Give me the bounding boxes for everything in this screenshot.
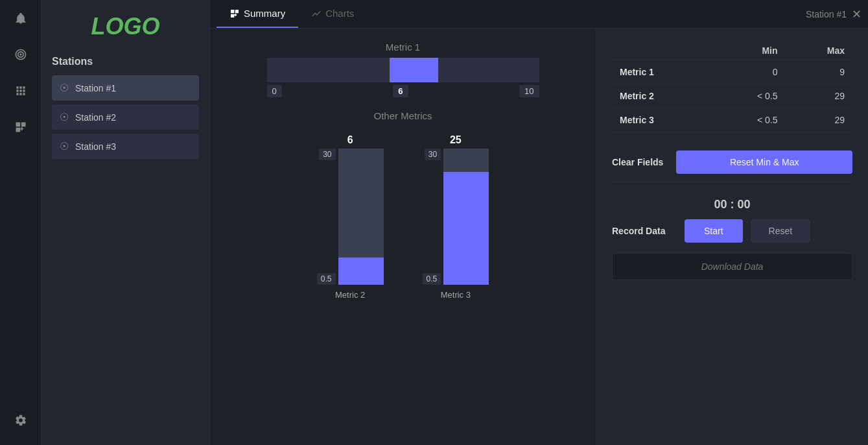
blocks-icon-btn[interactable] <box>9 115 32 139</box>
metric1-max-label: 10 <box>519 85 539 97</box>
timer-display: 00 : 00 <box>612 193 852 219</box>
stats-metric2-min: < 0.5 <box>712 84 785 108</box>
metric1-bar-wrap: 0 6 10 <box>267 58 539 97</box>
icon-bar-top <box>9 6 32 139</box>
wifi-icon-1: ☉ <box>60 82 69 94</box>
tab-bar: Summary Charts Station #1 ✕ <box>210 0 868 29</box>
metric3-chart: 25 30 0.5 Metric 3 <box>423 134 489 300</box>
stats-metric2-name: Metric 2 <box>612 84 712 108</box>
gear-icon-btn[interactable] <box>9 409 32 432</box>
stats-row-metric2: Metric 2 < 0.5 29 <box>612 84 852 108</box>
icon-bar-bottom <box>9 409 32 439</box>
metric3-scale-labels: 30 0.5 <box>423 149 441 285</box>
stats-metric1-min: 0 <box>712 60 785 84</box>
metric3-fill <box>443 172 489 285</box>
stats-metric3-min: < 0.5 <box>712 108 785 132</box>
metric3-value: 25 <box>450 134 462 146</box>
download-data-btn[interactable]: Download Data <box>612 253 852 280</box>
clear-fields-row: Clear Fields Reset Min & Max <box>612 143 852 182</box>
metric2-max-label: 30 <box>319 149 335 160</box>
content-area: Metric 1 0 6 10 Other Metrics 6 <box>210 29 868 445</box>
right-panel: Min Max Metric 1 0 9 Metric 2 < 0.5 29 <box>596 29 868 445</box>
reset-min-max-btn[interactable]: Reset Min & Max <box>676 150 852 174</box>
stats-metric1-max: 9 <box>786 60 852 84</box>
sidebar: LOGO Stations ☉ Station #1 ☉ Station #2 … <box>41 0 210 445</box>
reset-small-btn[interactable]: Reset <box>751 219 811 243</box>
metric3-bar-wrap <box>443 149 489 285</box>
icon-bar <box>0 0 41 445</box>
stats-header-min: Min <box>712 42 785 60</box>
metric1-container: Metric 1 0 6 10 <box>229 42 576 97</box>
close-tab-btn[interactable]: ✕ <box>852 7 862 21</box>
metric2-fill <box>338 258 384 285</box>
tab-summary-label: Summary <box>244 8 285 19</box>
metric2-bar-wrap <box>338 149 384 285</box>
other-metrics-charts: 6 30 0.5 Metric 2 25 <box>229 134 576 300</box>
bell-icon-btn[interactable] <box>9 6 32 30</box>
metric3-max-label: 30 <box>425 149 441 160</box>
main-area: Summary Charts Station #1 ✕ Metric 1 <box>210 0 868 445</box>
stats-header-name <box>612 42 712 60</box>
wifi-icon-3: ☉ <box>60 140 69 152</box>
metric2-scale-labels: 30 0.5 <box>317 149 336 285</box>
metric2-value: 6 <box>347 134 353 146</box>
start-btn[interactable]: Start <box>685 219 743 243</box>
metric3-bar-container: 30 0.5 <box>423 149 489 285</box>
active-station-text: Station #1 <box>806 9 847 19</box>
metric2-name: Metric 2 <box>335 290 365 300</box>
sidebar-item-station-1[interactable]: ☉ Station #1 <box>52 75 199 101</box>
metric3-min-label: 0.5 <box>423 273 441 285</box>
stats-metric3-max: 29 <box>786 108 852 132</box>
stats-table: Min Max Metric 1 0 9 Metric 2 < 0.5 29 <box>612 42 852 132</box>
logo: LOGO <box>52 13 199 40</box>
metric3-name: Metric 3 <box>441 290 471 300</box>
tab-charts[interactable]: Charts <box>298 0 367 28</box>
tab-summary[interactable]: Summary <box>217 0 298 28</box>
metric2-bar-container: 30 0.5 <box>317 149 384 285</box>
metric1-bar <box>267 58 539 82</box>
station-1-label: Station #1 <box>75 83 116 93</box>
stats-row-metric1: Metric 1 0 9 <box>612 60 852 84</box>
active-station-label: Station #1 ✕ <box>806 7 862 21</box>
other-metrics-title: Other Metrics <box>229 110 576 121</box>
stats-metric2-max: 29 <box>786 84 852 108</box>
network-icon-btn[interactable] <box>9 79 32 102</box>
metric1-min-label: 0 <box>267 85 282 97</box>
stats-metric3-name: Metric 3 <box>612 108 712 132</box>
clear-fields-label: Clear Fields <box>612 157 663 167</box>
metric2-chart: 6 30 0.5 Metric 2 <box>317 134 384 300</box>
wifi-icon-2: ☉ <box>60 111 69 123</box>
tabs-left: Summary Charts <box>217 0 367 28</box>
metric1-fill <box>390 58 439 82</box>
charts-section: Metric 1 0 6 10 Other Metrics 6 <box>210 29 596 445</box>
target-icon-btn[interactable] <box>9 43 32 66</box>
station-3-label: Station #3 <box>75 141 116 152</box>
stations-title: Stations <box>52 56 199 67</box>
tab-charts-label: Charts <box>325 8 354 19</box>
metric2-min-label: 0.5 <box>317 273 336 285</box>
metric1-current-label: 6 <box>393 85 408 97</box>
station-2-label: Station #2 <box>75 112 116 123</box>
sidebar-item-station-3[interactable]: ☉ Station #3 <box>52 134 199 159</box>
sidebar-item-station-2[interactable]: ☉ Station #2 <box>52 104 199 130</box>
stats-metric1-name: Metric 1 <box>612 60 712 84</box>
stats-header-max: Max <box>786 42 852 60</box>
record-data-label: Record Data <box>612 226 677 236</box>
record-data-row: Record Data Start Reset <box>612 219 852 243</box>
metric1-labels: 0 6 10 <box>267 85 539 97</box>
stats-row-metric3: Metric 3 < 0.5 29 <box>612 108 852 132</box>
metric1-title: Metric 1 <box>386 42 420 53</box>
